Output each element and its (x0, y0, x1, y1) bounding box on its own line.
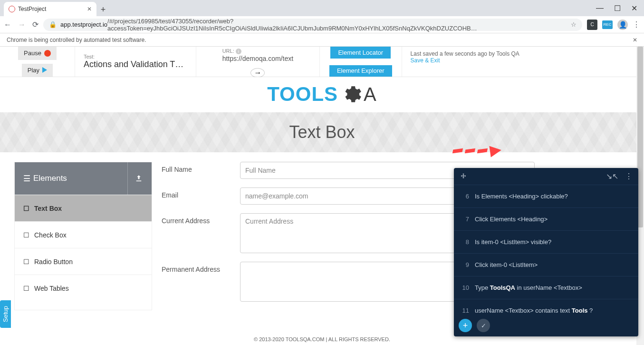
setup-tab[interactable]: Setup (0, 300, 11, 328)
browser-tab-strip: TestProject ✕ + — ☐ ✕ (0, 0, 644, 16)
go-arrow-icon[interactable]: → (250, 68, 265, 78)
step-row[interactable]: 8Is item-0 <ListItem> visible? (454, 231, 638, 254)
sidebar-item[interactable]: ☐Radio Button (15, 248, 152, 275)
url-label: URL: i (222, 48, 241, 54)
panel-menu-icon[interactable]: ⋮ (625, 172, 633, 181)
favicon-icon (9, 6, 15, 12)
element-explorer-button[interactable]: Element Explorer (329, 65, 392, 77)
forward-icon[interactable]: → (18, 20, 26, 29)
kebab-menu-icon[interactable]: ⋮ (633, 20, 640, 29)
minimize-icon[interactable]: — (596, 4, 604, 13)
fullname-label: Full Name (162, 162, 240, 173)
window-controls: — ☐ ✕ (596, 4, 644, 13)
toolsqa-logo: TOOLS A (267, 83, 377, 106)
step-number: 10 (461, 284, 469, 291)
browser-tab[interactable]: TestProject ✕ (4, 2, 96, 16)
play-triangle-icon (42, 67, 47, 73)
item-icon: ☐ (23, 285, 29, 292)
menu-icon: ☰ (23, 174, 30, 184)
extension-c-icon[interactable]: C (587, 20, 597, 30)
sidebar-item-label: Text Box (34, 205, 62, 212)
step-row[interactable]: 6Is Elements <Heading> clickable? (454, 185, 638, 208)
step-number: 7 (461, 216, 469, 223)
last-saved-text: Last saved a few seconds ago by Tools QA (411, 50, 635, 57)
add-step-button[interactable]: + (459, 319, 472, 332)
pause-button[interactable]: Pause (18, 47, 57, 60)
new-tab-button[interactable]: + (96, 3, 110, 16)
bookmark-star-icon[interactable]: ☆ (571, 21, 577, 28)
infobar-close-icon[interactable]: ✕ (633, 37, 637, 43)
play-label: Play (28, 67, 39, 74)
url-host: app.testproject.io (60, 21, 107, 28)
step-number: 6 (461, 193, 469, 200)
item-icon: ☐ (23, 258, 29, 266)
sidebar-item-label: Check Box (34, 231, 67, 239)
url-field[interactable]: 🔒 app.testproject.io /#/projects/169985/… (43, 19, 582, 31)
step-row[interactable]: 7Click Elements <Heading> (454, 208, 638, 231)
maximize-icon[interactable]: ☐ (614, 4, 621, 13)
recorder-toolbar: Pause Play Test: Actions and Validation … (0, 47, 644, 77)
tab-title: TestProject (18, 6, 46, 12)
test-label: Test: (84, 54, 187, 59)
step-row[interactable]: 11userName <Textbox> contains text Tools… (454, 299, 638, 315)
tab-close-icon[interactable]: ✕ (87, 6, 92, 12)
step-number: 11 (461, 307, 469, 314)
automation-message: Chrome is being controlled by automated … (7, 37, 146, 43)
play-button[interactable]: Play (22, 64, 53, 77)
step-number: 9 (461, 261, 469, 268)
email-label: Email (162, 187, 240, 199)
info-icon[interactable]: i (236, 49, 241, 54)
url-value: https://demoqa.com/text (222, 55, 293, 62)
automation-info-bar: Chrome is being controlled by automated … (0, 33, 644, 47)
close-window-icon[interactable]: ✕ (631, 4, 637, 13)
extension-rec-icon[interactable]: REC (602, 20, 613, 29)
step-number: 8 (461, 238, 469, 246)
page-footer: © 2013-2020 TOOLSQA.COM | ALL RIGHTS RES… (0, 336, 644, 342)
step-row[interactable]: 9Click item-0 <ListItem> (454, 254, 638, 276)
sidebar-header[interactable]: ☰ Elements (15, 162, 152, 195)
sidebar-item[interactable]: ☐Web Tables (15, 275, 152, 301)
sidebar-title: Elements (33, 174, 67, 183)
validate-step-button[interactable]: ✓ (477, 319, 490, 332)
steps-panel: ↘↖ ⋮ 6Is Elements <Heading> clickable?7C… (454, 168, 638, 336)
step-row[interactable]: 10Type ToolsQA in userName <Textbox> (454, 276, 638, 299)
profile-icon[interactable]: 👤 (617, 20, 628, 30)
step-text: Is item-0 <ListItem> visible? (475, 238, 551, 246)
back-icon[interactable]: ← (4, 20, 11, 29)
element-locator-button[interactable]: Element Locator (330, 47, 391, 59)
address-bar: ← → ⟳ 🔒 app.testproject.io /#/projects/1… (0, 16, 644, 33)
step-text: Click item-0 <ListItem> (475, 261, 538, 268)
item-icon: ☐ (23, 205, 29, 212)
move-handle-icon[interactable] (460, 173, 467, 180)
sidebar-item[interactable]: ☐Check Box (15, 221, 152, 248)
upload-icon[interactable] (127, 162, 143, 195)
current-address-label: Current Address (162, 213, 240, 225)
sidebar-item-label: Web Tables (34, 285, 69, 292)
item-icon: ☐ (23, 231, 29, 239)
collapse-icon[interactable]: ↘↖ (606, 172, 618, 181)
test-name: Actions and Validation T… (84, 59, 187, 69)
step-text: Is Elements <Heading> clickable? (475, 193, 568, 200)
step-text: Click Elements <Heading> (475, 216, 548, 223)
save-exit-link[interactable]: Save & Exit (411, 57, 440, 64)
step-text: userName <Textbox> contains text Tools ? (475, 307, 593, 314)
gear-icon (340, 83, 362, 105)
page-banner: Text Box (0, 112, 644, 152)
sidebar: ☰ Elements ☐Text Box☐Check Box☐Radio But… (14, 162, 152, 310)
sidebar-item[interactable]: ☐Text Box (15, 195, 152, 221)
step-text: Type ToolsQA in userName <Textbox> (475, 284, 582, 291)
sidebar-item-label: Radio Button (34, 258, 73, 266)
reload-icon[interactable]: ⟳ (32, 20, 38, 29)
pause-label: Pause (24, 49, 41, 57)
permanent-address-label: Permanent Address (162, 262, 240, 273)
annotation-arrow (453, 145, 501, 157)
lock-icon: 🔒 (49, 21, 57, 28)
record-dot-icon (44, 50, 51, 57)
url-path: /#/projects/169985/test/473055/recorder/… (107, 18, 571, 32)
